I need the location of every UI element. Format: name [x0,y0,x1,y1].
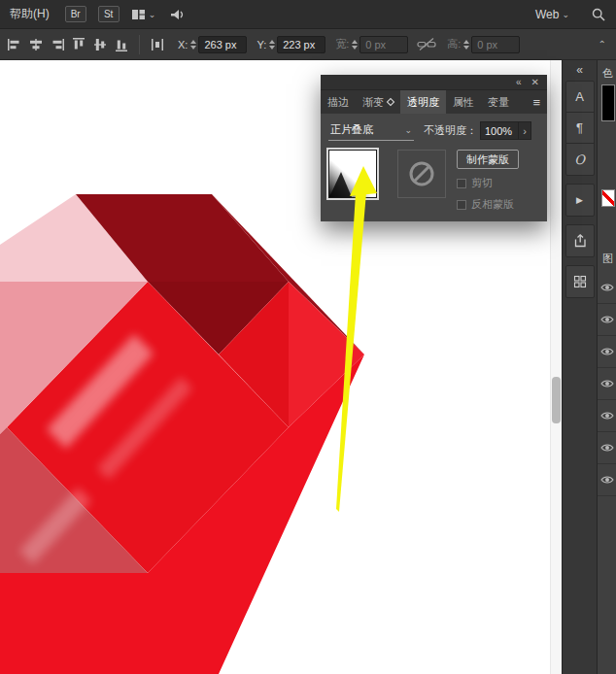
whats-new-button[interactable] [169,7,186,22]
layer-visibility-eye-icon[interactable] [600,411,614,421]
character-panel-button[interactable]: A [566,82,594,113]
color-panel-tab[interactable]: 色 [598,60,616,84]
make-mask-button[interactable]: 制作蒙版 [457,150,519,169]
x-input[interactable]: 263 px [198,36,247,53]
expand-panels-button[interactable]: « [563,60,597,81]
vertical-scrollbar-track[interactable] [550,60,562,674]
x-stepper[interactable] [190,40,196,50]
tab-gradient[interactable]: 渐变 [356,90,400,114]
align-bottom-button[interactable] [111,34,132,55]
clip-checkbox[interactable] [457,179,466,188]
workspace-switcher[interactable]: Web ⌄ [535,8,569,21]
bridge-button[interactable]: Br [65,6,86,22]
width-stepper[interactable] [352,40,358,50]
actions-panel-button[interactable]: ▶ [566,185,594,216]
type-panels-group: A ¶ O [565,81,595,176]
no-mask-icon [408,160,435,187]
align-top-button[interactable] [68,34,89,55]
layer-visibility-eye-icon[interactable] [600,283,614,292]
distribute-spacing-button[interactable] [147,34,168,55]
layer-row [598,400,616,432]
control-bar: X: 263 px Y: 223 px 宽: 0 px 高: 0 px ⌃ [0,29,616,60]
clip-label: 剪切 [471,176,493,190]
export-panel-button[interactable] [566,225,594,256]
none-color-swatch[interactable] [601,189,615,207]
opacity-dropdown-button[interactable]: › [519,121,531,140]
collapse-controlbar-button[interactable]: ⌃ [593,39,612,50]
tab-variables[interactable]: 变量 [481,90,516,114]
vertical-scrollbar-thumb[interactable] [552,377,561,423]
object-thumbnail[interactable] [328,150,377,198]
invert-mask-label: 反相蒙版 [471,197,514,212]
align-middle-vertical-icon [92,37,108,52]
invert-mask-option[interactable]: 反相蒙版 [457,197,519,212]
width-label: 宽: [335,37,349,51]
opentype-icon: O [574,152,585,167]
gradient-thumbnail-image [329,151,376,197]
layer-row [598,432,616,464]
y-stepper[interactable] [269,40,275,50]
right-panel-dock: « A ¶ O ▶ [562,60,597,674]
y-input[interactable]: 223 px [277,36,325,53]
artboard-grid-icon [572,274,588,289]
height-input[interactable]: 0 px [471,36,520,53]
tab-properties[interactable]: 属性 [446,90,481,114]
layer-visibility-eye-icon[interactable] [600,379,614,388]
menu-help[interactable]: 帮助(H) [10,6,50,22]
align-center-horizontal-button[interactable] [25,34,47,55]
gradient-swatch-icon [387,98,394,106]
align-left-button[interactable] [4,34,25,55]
layer-row [598,336,616,368]
blend-mode-select[interactable]: 正片叠底 ⌄ [328,120,414,141]
paragraph-panel-button[interactable]: ¶ [566,113,594,144]
align-left-icon [7,37,22,52]
paragraph-icon: ¶ [576,120,583,135]
layer-row [598,272,616,304]
mask-thumbnail-slot[interactable] [397,150,446,198]
align-bottom-icon [114,37,129,52]
actions-group: ▶ [565,184,595,217]
x-label: X: [178,39,188,51]
height-stepper[interactable] [463,40,469,50]
clip-option[interactable]: 剪切 [457,176,519,190]
export-group [565,224,595,257]
workspace-label: Web [535,8,559,21]
align-right-icon [50,37,65,52]
layer-row [598,464,616,496]
arrange-documents-button[interactable]: ⌄ [131,8,156,21]
layer-visibility-eye-icon[interactable] [600,347,614,356]
align-middle-vertical-button[interactable] [89,34,111,55]
blend-mode-value: 正片叠底 [330,122,373,137]
transparency-panel: « ✕ 描边 渐变 透明度 属性 变量 ≡ 正片叠底 ⌄ 不透明度： 100% … [321,75,547,221]
opacity-label: 不透明度： [424,123,477,138]
panel-menu-button[interactable]: ≡ [526,90,547,114]
export-icon [572,233,588,249]
align-right-button[interactable] [47,34,68,55]
tab-gradient-label: 渐变 [362,95,384,110]
search-button[interactable] [591,7,606,22]
fill-color-swatch[interactable] [601,84,615,121]
layers-panel-tab[interactable]: 图 [598,207,616,272]
chevron-down-icon: ⌄ [404,125,412,135]
layer-visibility-eye-icon[interactable] [600,475,614,485]
opacity-input[interactable]: 100% [480,121,519,140]
invert-mask-checkbox[interactable] [457,200,466,210]
layer-row [598,368,616,400]
stock-button[interactable]: St [98,6,120,22]
close-panel-button[interactable]: ✕ [531,77,539,87]
panel-tabbar: 描边 渐变 透明度 属性 变量 ≡ [321,90,547,114]
tab-transparency[interactable]: 透明度 [400,90,446,114]
y-label: Y: [257,39,266,51]
menubar: 帮助(H) Br St ⌄ Web ⌄ [0,0,616,29]
tab-stroke[interactable]: 描边 [321,90,356,114]
width-input[interactable]: 0 px [359,36,408,53]
layer-visibility-eye-icon[interactable] [600,443,614,453]
opentype-panel-button[interactable]: O [566,144,594,175]
constrain-proportions-button[interactable] [416,34,437,55]
artboards-group [565,265,595,298]
artboards-panel-button[interactable] [566,266,594,297]
collapse-panel-button[interactable]: « [516,77,522,87]
arrange-documents-icon [131,8,146,21]
layer-visibility-eye-icon[interactable] [600,315,614,324]
chevron-down-icon: ⌄ [149,10,156,19]
